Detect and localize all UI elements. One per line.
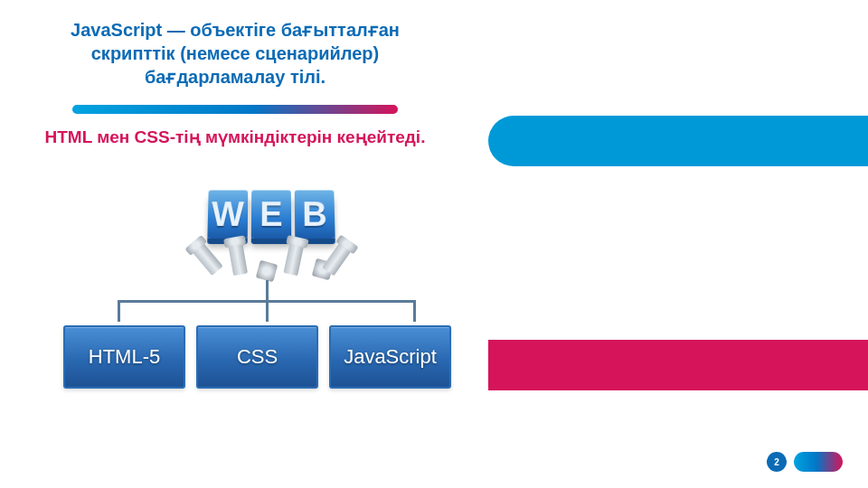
heading-secondary: HTML мен CSS-тің мүмкіндіктерін кеңейтед… bbox=[27, 127, 443, 149]
decorative-bar-blue bbox=[488, 116, 868, 166]
page-pill-decoration bbox=[794, 452, 843, 472]
tech-box-js: JavaScript bbox=[329, 325, 451, 389]
tech-box-css: CSS bbox=[196, 325, 318, 389]
web-tech-diagram: W E B HTML-5 CSS JavaScript bbox=[63, 190, 470, 434]
tech-box-html: HTML-5 bbox=[63, 325, 185, 389]
bolts-decoration bbox=[194, 242, 348, 280]
decorative-bar-pink bbox=[488, 340, 868, 390]
web-letter: B bbox=[295, 191, 335, 239]
web-letter: E bbox=[251, 191, 291, 239]
page-footer: 2 bbox=[767, 452, 843, 472]
divider-bar bbox=[72, 105, 398, 114]
web-letter: W bbox=[207, 191, 248, 239]
heading-primary: JavaScript — объектіге бағытталған скрип… bbox=[27, 18, 443, 89]
page-number-badge: 2 bbox=[767, 452, 787, 472]
